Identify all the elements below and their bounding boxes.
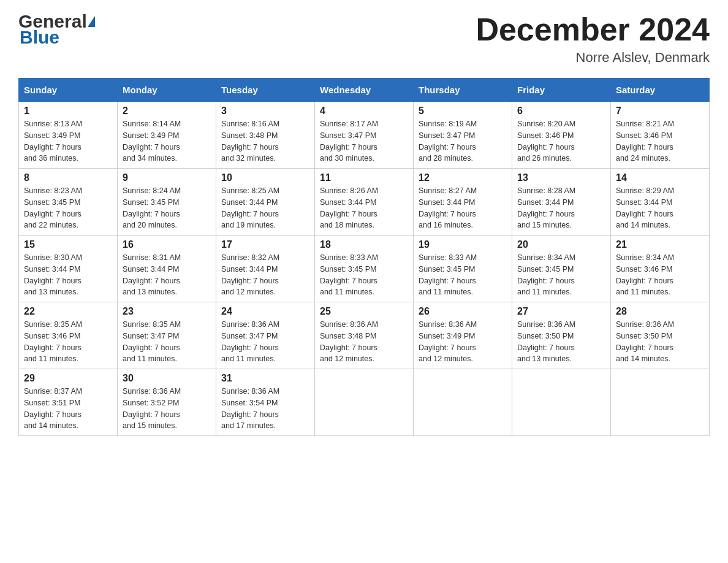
page-header: General Blue December 2024 Norre Alslev,…: [18, 12, 710, 66]
calendar-cell: 18 Sunrise: 8:33 AM Sunset: 3:45 PM Dayl…: [315, 236, 414, 302]
month-title: December 2024: [476, 12, 710, 47]
day-info: Sunrise: 8:23 AM Sunset: 3:45 PM Dayligh…: [24, 185, 112, 231]
day-info: Sunrise: 8:35 AM Sunset: 3:47 PM Dayligh…: [123, 319, 211, 365]
day-info: Sunrise: 8:29 AM Sunset: 3:44 PM Dayligh…: [616, 185, 704, 231]
col-header-wednesday: Wednesday: [315, 79, 414, 102]
calendar-cell: [611, 369, 710, 436]
day-number: 7: [616, 105, 704, 117]
day-number: 11: [320, 172, 408, 183]
logo-blue-text: Blue: [20, 28, 59, 47]
calendar-cell: 24 Sunrise: 8:36 AM Sunset: 3:47 PM Dayl…: [216, 302, 315, 369]
day-number: 20: [517, 239, 605, 250]
logo-triangle-icon: [88, 16, 95, 27]
day-number: 21: [616, 239, 704, 250]
calendar-cell: 6 Sunrise: 8:20 AM Sunset: 3:46 PM Dayli…: [512, 102, 611, 169]
calendar-cell: [315, 369, 414, 436]
day-info: Sunrise: 8:16 AM Sunset: 3:48 PM Dayligh…: [221, 118, 309, 164]
calendar-cell: 20 Sunrise: 8:34 AM Sunset: 3:45 PM Dayl…: [512, 236, 611, 302]
day-number: 9: [123, 172, 211, 183]
day-number: 22: [24, 306, 112, 317]
calendar-cell: 17 Sunrise: 8:32 AM Sunset: 3:44 PM Dayl…: [216, 236, 315, 302]
day-number: 17: [221, 239, 309, 250]
location-title: Norre Alslev, Denmark: [476, 50, 710, 66]
day-info: Sunrise: 8:20 AM Sunset: 3:46 PM Dayligh…: [517, 118, 605, 164]
day-number: 1: [24, 105, 112, 117]
calendar-table: Sunday Monday Tuesday Wednesday Thursday…: [18, 78, 710, 436]
day-info: Sunrise: 8:36 AM Sunset: 3:52 PM Dayligh…: [123, 386, 211, 432]
col-header-sunday: Sunday: [19, 79, 118, 102]
day-info: Sunrise: 8:25 AM Sunset: 3:44 PM Dayligh…: [221, 185, 309, 231]
calendar-cell: 30 Sunrise: 8:36 AM Sunset: 3:52 PM Dayl…: [118, 369, 216, 436]
col-header-friday: Friday: [512, 79, 611, 102]
day-number: 31: [221, 373, 309, 384]
calendar-cell: 28 Sunrise: 8:36 AM Sunset: 3:50 PM Dayl…: [611, 302, 710, 369]
calendar-cell: 31 Sunrise: 8:36 AM Sunset: 3:54 PM Dayl…: [216, 369, 315, 436]
day-info: Sunrise: 8:33 AM Sunset: 3:45 PM Dayligh…: [320, 252, 408, 298]
day-info: Sunrise: 8:24 AM Sunset: 3:45 PM Dayligh…: [123, 185, 211, 231]
day-number: 25: [320, 306, 408, 317]
calendar-week-row: 1 Sunrise: 8:13 AM Sunset: 3:49 PM Dayli…: [19, 102, 710, 169]
col-header-monday: Monday: [118, 79, 216, 102]
calendar-cell: 14 Sunrise: 8:29 AM Sunset: 3:44 PM Dayl…: [611, 169, 710, 236]
col-header-saturday: Saturday: [611, 79, 710, 102]
day-info: Sunrise: 8:30 AM Sunset: 3:44 PM Dayligh…: [24, 252, 112, 298]
day-info: Sunrise: 8:28 AM Sunset: 3:44 PM Dayligh…: [517, 185, 605, 231]
calendar-week-row: 22 Sunrise: 8:35 AM Sunset: 3:46 PM Dayl…: [19, 302, 710, 369]
day-info: Sunrise: 8:27 AM Sunset: 3:44 PM Dayligh…: [419, 185, 507, 231]
day-number: 19: [419, 239, 507, 250]
day-info: Sunrise: 8:32 AM Sunset: 3:44 PM Dayligh…: [221, 252, 309, 298]
calendar-cell: 11 Sunrise: 8:26 AM Sunset: 3:44 PM Dayl…: [315, 169, 414, 236]
calendar-cell: 10 Sunrise: 8:25 AM Sunset: 3:44 PM Dayl…: [216, 169, 315, 236]
calendar-cell: [512, 369, 611, 436]
day-number: 23: [123, 306, 211, 317]
calendar-cell: 2 Sunrise: 8:14 AM Sunset: 3:49 PM Dayli…: [118, 102, 216, 169]
day-info: Sunrise: 8:26 AM Sunset: 3:44 PM Dayligh…: [320, 185, 408, 231]
day-number: 29: [24, 373, 112, 384]
day-number: 15: [24, 239, 112, 250]
calendar-cell: 27 Sunrise: 8:36 AM Sunset: 3:50 PM Dayl…: [512, 302, 611, 369]
day-info: Sunrise: 8:17 AM Sunset: 3:47 PM Dayligh…: [320, 118, 408, 164]
day-info: Sunrise: 8:21 AM Sunset: 3:46 PM Dayligh…: [616, 118, 704, 164]
calendar-cell: 29 Sunrise: 8:37 AM Sunset: 3:51 PM Dayl…: [19, 369, 118, 436]
day-info: Sunrise: 8:33 AM Sunset: 3:45 PM Dayligh…: [419, 252, 507, 298]
calendar-cell: 4 Sunrise: 8:17 AM Sunset: 3:47 PM Dayli…: [315, 102, 414, 169]
calendar-cell: 19 Sunrise: 8:33 AM Sunset: 3:45 PM Dayl…: [414, 236, 512, 302]
day-number: 27: [517, 306, 605, 317]
calendar-cell: 15 Sunrise: 8:30 AM Sunset: 3:44 PM Dayl…: [19, 236, 118, 302]
day-info: Sunrise: 8:13 AM Sunset: 3:49 PM Dayligh…: [24, 118, 112, 164]
day-number: 4: [320, 105, 408, 117]
calendar-cell: 7 Sunrise: 8:21 AM Sunset: 3:46 PM Dayli…: [611, 102, 710, 169]
day-info: Sunrise: 8:34 AM Sunset: 3:45 PM Dayligh…: [517, 252, 605, 298]
day-number: 28: [616, 306, 704, 317]
day-info: Sunrise: 8:35 AM Sunset: 3:46 PM Dayligh…: [24, 319, 112, 365]
col-header-thursday: Thursday: [414, 79, 512, 102]
day-info: Sunrise: 8:14 AM Sunset: 3:49 PM Dayligh…: [123, 118, 211, 164]
day-number: 2: [123, 105, 211, 117]
calendar-cell: 13 Sunrise: 8:28 AM Sunset: 3:44 PM Dayl…: [512, 169, 611, 236]
calendar-week-row: 8 Sunrise: 8:23 AM Sunset: 3:45 PM Dayli…: [19, 169, 710, 236]
day-info: Sunrise: 8:36 AM Sunset: 3:48 PM Dayligh…: [320, 319, 408, 365]
calendar-cell: 1 Sunrise: 8:13 AM Sunset: 3:49 PM Dayli…: [19, 102, 118, 169]
day-info: Sunrise: 8:36 AM Sunset: 3:50 PM Dayligh…: [517, 319, 605, 365]
day-number: 3: [221, 105, 309, 117]
day-number: 12: [419, 172, 507, 183]
day-number: 30: [123, 373, 211, 384]
day-number: 18: [320, 239, 408, 250]
calendar-cell: 23 Sunrise: 8:35 AM Sunset: 3:47 PM Dayl…: [118, 302, 216, 369]
day-number: 8: [24, 172, 112, 183]
calendar-week-row: 15 Sunrise: 8:30 AM Sunset: 3:44 PM Dayl…: [19, 236, 710, 302]
calendar-cell: [414, 369, 512, 436]
day-info: Sunrise: 8:37 AM Sunset: 3:51 PM Dayligh…: [24, 386, 112, 432]
day-number: 14: [616, 172, 704, 183]
day-info: Sunrise: 8:34 AM Sunset: 3:46 PM Dayligh…: [616, 252, 704, 298]
day-number: 10: [221, 172, 309, 183]
day-info: Sunrise: 8:36 AM Sunset: 3:49 PM Dayligh…: [419, 319, 507, 365]
calendar-cell: 26 Sunrise: 8:36 AM Sunset: 3:49 PM Dayl…: [414, 302, 512, 369]
day-info: Sunrise: 8:36 AM Sunset: 3:54 PM Dayligh…: [221, 386, 309, 432]
day-number: 24: [221, 306, 309, 317]
logo: General Blue: [18, 12, 95, 47]
title-area: December 2024 Norre Alslev, Denmark: [476, 12, 710, 66]
calendar-cell: 21 Sunrise: 8:34 AM Sunset: 3:46 PM Dayl…: [611, 236, 710, 302]
day-info: Sunrise: 8:19 AM Sunset: 3:47 PM Dayligh…: [419, 118, 507, 164]
calendar-cell: 12 Sunrise: 8:27 AM Sunset: 3:44 PM Dayl…: [414, 169, 512, 236]
